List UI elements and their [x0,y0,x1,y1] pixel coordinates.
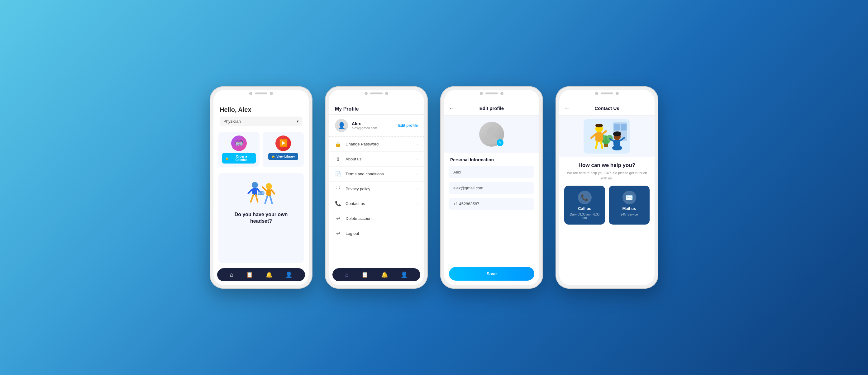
back-button-4[interactable]: ← [564,105,570,112]
edit-topbar: ← Edit profile [444,101,539,116]
menu-delete[interactable]: ↩ Delete account [329,211,424,226]
view-library-button[interactable]: 🔒 View Library [268,153,298,160]
name-input[interactable]: Alex [449,166,534,178]
phone-input[interactable]: +1 452863587 [449,198,534,210]
nav-bell[interactable]: 🔔 [266,271,273,278]
svg-rect-26 [595,132,603,142]
user-name: Alex [352,121,395,126]
shield-menu-icon: 🛡 [335,186,341,192]
phone-1: Hello, Alex Physician ▾ 🥽 🔒 Order a Calm… [210,86,312,289]
svg-line-8 [262,187,267,191]
call-us-card[interactable]: 📞 Call us Daily 09:30 am - 6:30 pm [564,186,605,225]
nav-docs[interactable]: 📋 [246,271,253,278]
contact-illustration [559,116,655,157]
notch-2 [365,92,388,95]
contact-options: 📞 Call us Daily 09:30 am - 6:30 pm ✉️ Ma… [559,186,655,228]
screen-2: My Profile 👤 Alex alex@gmail.com Edit pr… [329,90,424,285]
contact-heading: How can we help you? [559,157,655,170]
lock-icon-2: 🔒 [271,155,275,158]
phone-4: ← Contact Us [556,86,658,289]
menu-privacy[interactable]: 🛡 Privacy policy › [329,182,424,196]
mail-label: Mail us [622,206,636,211]
menu-contact[interactable]: 📞 Contact us › [329,196,424,211]
edit-avatar-button[interactable]: ✎ [497,139,503,146]
user-avatar: 👤 [335,119,348,132]
role-dropdown[interactable]: Physician ▾ [220,117,303,126]
email-input[interactable]: alex@gmail.com [449,182,534,194]
svg-point-14 [262,192,264,194]
delete-menu-icon: ↩ [335,216,341,221]
edit-profile-link[interactable]: Edit profile [398,123,418,128]
contact-subtext: We are here to help you 24/7. So please … [559,170,655,186]
save-button[interactable]: Save [449,267,534,281]
contact-topbar: ← Contact Us [559,101,655,116]
screen-3: ← Edit profile ✎ Personal Information Al… [444,90,539,285]
menu-label-privacy: Privacy policy [345,187,412,191]
speaker-1 [255,93,267,94]
menu-terms[interactable]: 📄 Terms and conditions › [329,167,424,182]
menu-list: 🔒 Change Password › ℹ About us › 📄 Terms… [329,137,424,241]
library-icon: ▶️ [275,135,291,151]
doc-menu-icon: 📄 [335,171,341,177]
card-library[interactable]: ▶️ 🔒 View Library [262,132,304,167]
calmica-icon: 🥽 [231,135,247,151]
phone-3: ← Edit profile ✎ Personal Information Al… [440,86,543,289]
logout-menu-icon: ↩ [335,230,341,237]
menu-label-contact: Contact us [345,201,412,206]
svg-line-4 [251,195,253,202]
svg-line-5 [256,195,258,202]
camera-7 [595,92,598,95]
svg-rect-33 [614,140,620,146]
speaker-3 [486,93,498,94]
nav2-docs[interactable]: 📋 [362,271,368,278]
mail-sub: 24/7 Service [621,213,638,216]
speaker-4 [601,93,613,94]
menu-label-password: Change Password [345,142,412,146]
menu-label-terms: Terms and conditions [345,171,412,176]
mail-us-card[interactable]: ✉️ Mail us 24/7 Service [609,186,650,225]
svg-line-10 [265,196,267,203]
chevron-right-icon-4: › [416,187,418,191]
phone-2: My Profile 👤 Alex alex@gmail.com Edit pr… [325,86,428,289]
chevron-right-icon-3: › [416,172,418,176]
profile-title: My Profile [335,106,418,112]
svg-point-37 [613,131,621,136]
back-button-3[interactable]: ← [449,105,455,112]
camera-2 [270,92,273,95]
nav2-bell[interactable]: 🔔 [381,271,388,278]
nav-home[interactable]: ⌂ [230,272,234,278]
order-calmica-button[interactable]: 🔒 Order a Calmica [222,153,256,163]
mail-icon: ✉️ [622,191,636,204]
menu-logout[interactable]: ↩ Log out [329,226,424,241]
card-calmica[interactable]: 🥽 🔒 Order a Calmica [218,132,259,167]
chevron-right-icon-5: › [416,201,418,206]
nav2-home[interactable]: ⌂ [345,272,349,278]
edit-avatar-wrap: ✎ [479,122,504,147]
svg-line-29 [596,142,597,148]
chevron-down-icon: ▾ [297,119,299,124]
svg-point-0 [252,182,258,188]
svg-rect-19 [614,124,620,130]
notch-4 [595,92,619,95]
svg-point-15 [487,127,496,136]
nav2-profile[interactable]: 👤 [401,271,407,278]
camera-3 [365,92,368,95]
nav-profile[interactable]: 👤 [285,271,292,278]
svg-point-36 [612,146,622,150]
lock-menu-icon: 🔒 [335,141,341,147]
chevron-right-icon-2: › [416,157,418,161]
user-info-row: 👤 Alex alex@gmail.com Edit profile [329,115,424,137]
camera-1 [249,92,252,95]
menu-about-us[interactable]: ℹ About us › [329,152,424,167]
content-3: ← Edit profile ✎ Personal Information Al… [444,101,539,285]
svg-rect-20 [621,124,626,130]
feature-cards: 🥽 🔒 Order a Calmica ▶️ 🔒 View Library [213,129,309,170]
menu-change-password[interactable]: 🔒 Change Password › [329,137,424,152]
phone-menu-icon: 📞 [335,200,341,207]
menu-label-delete: Delete account [345,216,418,221]
contact-title: Contact Us [594,105,619,111]
svg-point-6 [266,183,272,189]
profile-header: My Profile [329,101,424,115]
bottom-nav-2: ⌂ 📋 🔔 👤 [333,268,420,281]
greeting: Hello, Alex [220,106,303,113]
